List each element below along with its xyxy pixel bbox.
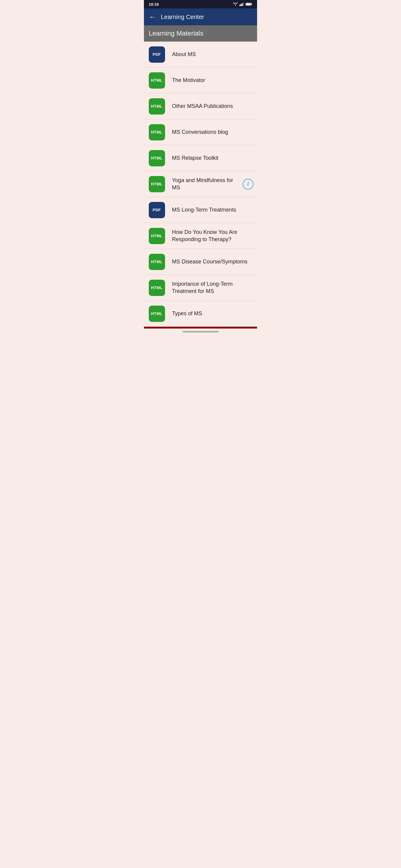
svg-rect-5	[251, 4, 252, 5]
list-item[interactable]: PDFMS Long-Term Treatments	[144, 197, 257, 223]
item-icon-container: HTML	[144, 145, 170, 171]
learning-materials-list: PDFAbout MSHTMLThe MotivatorHTMLOther MS…	[144, 41, 257, 327]
battery-icon	[246, 2, 252, 6]
html-badge: HTML	[149, 306, 165, 322]
svg-rect-6	[246, 3, 251, 5]
status-icons	[233, 2, 252, 6]
signal-icon	[239, 2, 244, 6]
status-bar: 10:16	[144, 0, 257, 8]
item-title: MS Conversations blog	[170, 124, 257, 141]
home-indicator	[144, 329, 257, 335]
item-title: MS Relapse Toolkit	[170, 150, 257, 166]
status-time: 10:16	[149, 2, 159, 7]
item-icon-container: HTML	[144, 275, 170, 301]
item-title: About MS	[170, 46, 257, 63]
back-button[interactable]: ←	[149, 13, 156, 21]
item-title: MS Long-Term Treatments	[170, 202, 257, 218]
list-item[interactable]: HTMLTypes of MS	[144, 301, 257, 327]
item-title: How Do You Know You Are Responding to Th…	[170, 224, 257, 248]
html-badge: HTML	[149, 98, 165, 115]
html-badge: HTML	[149, 150, 165, 166]
html-badge: HTML	[149, 228, 165, 244]
item-title: The Motivator	[170, 72, 257, 89]
item-title: MS Disease Course/Symptoms	[170, 253, 257, 270]
item-icon-container: HTML	[144, 249, 170, 275]
item-icon-container: HTML	[144, 93, 170, 119]
item-icon-container: HTML	[144, 171, 170, 197]
info-icon[interactable]: i	[242, 179, 254, 190]
home-indicator-bar	[182, 331, 219, 333]
svg-rect-1	[240, 4, 241, 6]
html-badge: HTML	[149, 280, 165, 296]
pdf-badge: PDF	[149, 46, 165, 63]
html-badge: HTML	[149, 176, 165, 192]
list-item[interactable]: HTMLHow Do You Know You Are Responding t…	[144, 223, 257, 249]
app-bar: ← Learning Center	[144, 8, 257, 25]
list-item[interactable]: HTMLThe Motivator	[144, 67, 257, 93]
item-icon-container: HTML	[144, 301, 170, 327]
svg-rect-0	[239, 5, 240, 6]
wifi-icon	[233, 2, 238, 6]
item-title: Types of MS	[170, 305, 257, 322]
list-item[interactable]: HTMLMS Disease Course/Symptoms	[144, 249, 257, 275]
pdf-badge: PDF	[149, 202, 165, 218]
html-badge: HTML	[149, 72, 165, 89]
list-item[interactable]: HTMLMS Conversations blog	[144, 119, 257, 145]
list-item[interactable]: HTMLYoga and Mindfulness for MSi	[144, 171, 257, 197]
item-icon-container: HTML	[144, 67, 170, 93]
list-item[interactable]: HTMLImportance of Long-Term Treatment fo…	[144, 275, 257, 301]
item-title: Yoga and Mindfulness for MS	[170, 172, 242, 196]
svg-rect-2	[242, 3, 242, 6]
section-header: Learning Materials	[144, 25, 257, 41]
item-icon-container: PDF	[144, 41, 170, 67]
item-title: Other MSAA Publications	[170, 98, 257, 115]
list-item[interactable]: HTMLOther MSAA Publications	[144, 93, 257, 119]
html-badge: HTML	[149, 254, 165, 270]
item-icon-container: PDF	[144, 197, 170, 223]
app-bar-title: Learning Center	[161, 13, 204, 21]
html-badge: HTML	[149, 124, 165, 141]
item-icon-container: HTML	[144, 223, 170, 249]
item-icon-container: HTML	[144, 119, 170, 145]
svg-rect-3	[243, 2, 244, 6]
item-title: Importance of Long-Term Treatment for MS	[170, 276, 257, 300]
list-item[interactable]: HTMLMS Relapse Toolkit	[144, 145, 257, 171]
list-item[interactable]: PDFAbout MS	[144, 41, 257, 67]
